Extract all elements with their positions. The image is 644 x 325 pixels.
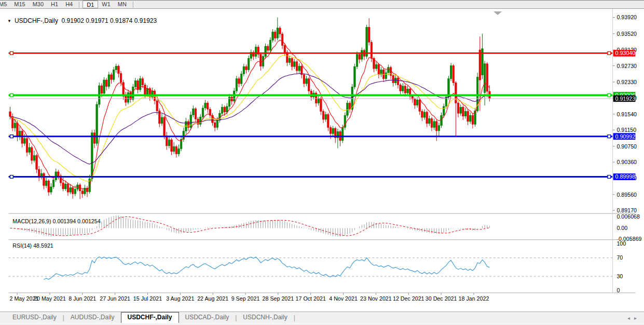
chart-title: ▼USDCHF-,Daily 0.91902 0.91971 0.91874 0… [7,17,157,32]
date-axis: 2 May 202120 May 20218 Jun 202127 Jun 20… [10,293,489,302]
support-line-2-left-handle[interactable] [10,175,13,179]
macd-pane[interactable]: MACD(12,26,9) 0.001394 0.001254 [10,215,489,237]
date-tick-label: 18 Jan 2022 [459,295,489,302]
price-tick-label: 0.89170 [616,207,637,213]
timeframe-toolbar: M5M15M30H1H4D1W1MN [0,1,644,9]
timeframe-button-h4[interactable]: H4 [62,1,76,8]
chart-tab-usdcad[interactable]: USDCAD-,Daily [179,313,236,323]
date-tick-label: 23 Nov 2021 [360,295,392,302]
chart-tab-usdchf[interactable]: USDCHF-,Daily [121,312,179,323]
date-tick-label: 28 Sep 2021 [263,295,294,302]
ohlc-spacer [58,17,62,24]
price-axis: 0.939200.935200.931200.927300.923300.919… [613,14,642,293]
tab-separator: | [294,313,295,323]
timeframe-button-m15[interactable]: M15 [10,1,29,8]
open-value: 0.91902 [62,17,84,24]
chart-canvas[interactable]: MACD(12,26,9) 0.001394 0.001254RSI(14) 4… [0,9,644,312]
date-tick-label: 3 Aug 2021 [166,295,194,302]
macd-axis-label: 0.006068 [616,213,640,220]
price-tick-label: 0.92330 [616,79,637,85]
support-line-2-right-handle[interactable] [608,175,611,179]
price-tick-label: 0.91150 [616,127,636,133]
pivot-line-right-handle[interactable] [608,93,611,97]
price-tick-label: 0.93520 [616,31,637,37]
support-line-1-price-badge-text: 0.90992 [615,133,635,140]
current-price-badge-text: 0.91923 [615,96,635,102]
price-tick-label: 0.90750 [616,143,637,150]
date-tick-label: 4 Nov 2021 [329,295,358,302]
date-tick-label: 27 Jun 2021 [100,295,130,302]
chart-tab-usdcnh[interactable]: USDCNH-,Daily [237,313,293,323]
ma-fast-line [10,40,489,189]
price-tick-label: 0.93920 [616,14,637,20]
resistance-line-right-handle[interactable] [608,51,611,55]
timeframe-button-m5[interactable]: M5 [0,1,10,8]
chart-symbol-label: USDCHF-,Daily [15,17,58,24]
toolbar-separator [133,2,134,8]
timeframe-button-h1[interactable]: H1 [47,1,62,8]
price-tick-label: 0.92730 [616,63,637,69]
trading-platform-window: M5M15M30H1H4D1W1MN ▼USDCHF-,Daily 0.9190… [0,0,644,325]
close-value: 0.91923 [134,17,157,24]
date-tick-label: 22 Aug 2021 [197,295,228,302]
date-tick-label: 17 Oct 2021 [296,295,326,302]
high-value: 0.91971 [86,17,108,24]
timeframe-button-d1[interactable]: D1 [83,1,98,8]
chart-tab-audusd[interactable]: AUDUSD-,Daily [64,313,121,323]
chart-tab-eurusd[interactable]: EURUSD-,Daily [6,313,63,323]
low-value: 0.91874 [110,17,132,24]
macd-axis-label: 0.00 [616,225,627,231]
support-line-1-right-handle[interactable] [608,135,611,138]
date-tick-label: 8 Jun 2021 [68,295,96,302]
date-tick-label: 20 May 2021 [34,295,66,302]
timeframe-button-m30[interactable]: M30 [29,1,47,8]
timeframe-button-w1[interactable]: W1 [98,1,114,8]
rsi-axis-label: 30 [616,273,623,279]
support-line-1-left-handle[interactable] [10,135,13,138]
date-tick-label: 15 Jul 2021 [133,295,162,302]
rsi-label: RSI(14) 48.5921 [12,242,53,249]
support-line-2-price-badge-text: 0.89998 [615,173,635,180]
macd-label: MACD(12,26,9) 0.001394 0.001254 [12,218,100,224]
price-tick-label: 0.90360 [616,159,637,165]
date-tick-label: 30 Dec 2021 [426,295,457,302]
rsi-axis-label: 70 [616,254,623,261]
timeframe-button-mn[interactable]: MN [114,1,130,8]
pivot-line-left-handle[interactable] [10,93,13,97]
price-tick-label: 0.91540 [616,111,637,117]
date-tick-label: 9 Sep 2021 [231,295,260,302]
toolbar-separator [79,2,80,8]
status-strip [0,323,644,325]
rsi-axis-label: 0 [616,287,620,293]
resistance-line-price-badge-text: 0.93040 [615,50,635,56]
price-tick-label: 0.89560 [616,192,637,198]
rsi-pane[interactable]: RSI(14) 48.5921 [9,242,613,279]
date-tick-label: 12 Dec 2021 [393,295,424,302]
main-price-pane[interactable] [9,18,613,199]
resistance-line-left-handle[interactable] [10,51,13,55]
symbol-dropdown-icon[interactable]: ▼ [7,19,11,23]
chart-shift-marker-icon[interactable] [494,11,502,15]
tab-scroll-arrows[interactable]: ◂▸ [627,315,641,321]
candles-layer [9,18,490,199]
chart-tabs-bar: EURUSD-,Daily|AUDUSD-,DailyUSDCHF-,Daily… [0,312,644,323]
rsi-axis-label: 100 [616,240,626,247]
